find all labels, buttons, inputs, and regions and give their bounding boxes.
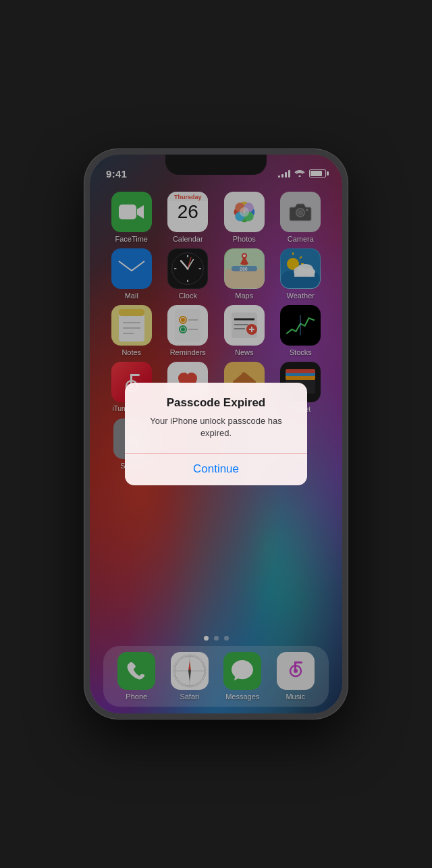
screen: 9:41 — [90, 155, 342, 713]
alert-continue-button[interactable]: Continue — [125, 453, 307, 485]
alert-overlay: Passcode Expired Your iPhone unlock pass… — [90, 155, 342, 713]
phone-frame: 9:41 — [84, 149, 348, 719]
alert-message: Your iPhone unlock passcode has expired. — [136, 415, 296, 439]
alert-dialog: Passcode Expired Your iPhone unlock pass… — [125, 383, 307, 486]
alert-content: Passcode Expired Your iPhone unlock pass… — [125, 383, 307, 439]
alert-title: Passcode Expired — [136, 396, 296, 410]
